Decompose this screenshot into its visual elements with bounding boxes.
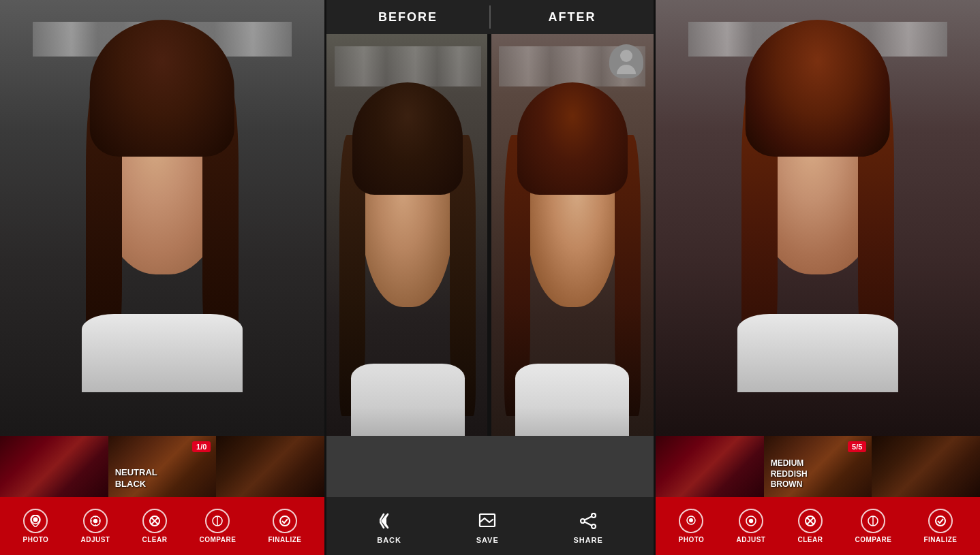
back-label: BACK bbox=[377, 536, 401, 544]
center-bottom-bar: BACK SAVE bbox=[326, 436, 654, 555]
right-adjust-button[interactable]: ADJUST bbox=[736, 509, 765, 543]
left-hair-top bbox=[90, 20, 234, 157]
right-adjust-label: ADJUST bbox=[736, 536, 765, 543]
before-after-header: BEFORE AFTER bbox=[326, 0, 654, 34]
center-icon-toolbar: BACK SAVE bbox=[326, 497, 654, 555]
left-compare-button[interactable]: COMPARE bbox=[200, 509, 236, 543]
left-swatch-3[interactable] bbox=[216, 436, 324, 497]
left-compare-icon bbox=[205, 509, 230, 533]
right-color-badge: 5/5 bbox=[848, 441, 866, 452]
left-portrait bbox=[0, 0, 324, 436]
left-face-shape bbox=[61, 0, 262, 392]
right-shirt bbox=[737, 314, 898, 392]
right-face-shape bbox=[717, 0, 918, 392]
left-icon-toolbar: PHOTO ADJUST bbox=[0, 497, 324, 555]
svg-line-15 bbox=[585, 522, 592, 525]
left-photo-label: PHOTO bbox=[23, 536, 49, 543]
right-finalize-button[interactable]: FINALIZE bbox=[923, 509, 957, 543]
right-compare-label: COMPARE bbox=[855, 536, 892, 543]
left-face-layer bbox=[0, 0, 324, 436]
svg-point-19 bbox=[749, 520, 752, 523]
right-panel: 5/5 MEDIUM REDDISH BROWN PHOTO bbox=[654, 0, 980, 555]
right-swatch-2[interactable]: 5/5 MEDIUM REDDISH BROWN bbox=[764, 436, 872, 497]
save-button[interactable]: SAVE bbox=[475, 509, 500, 544]
right-photo-icon bbox=[679, 509, 703, 533]
right-face-layer bbox=[656, 0, 980, 436]
after-label: AFTER bbox=[491, 0, 654, 34]
right-clear-label: CLEAR bbox=[798, 536, 823, 543]
right-adjust-icon bbox=[739, 509, 763, 533]
left-adjust-button[interactable]: ADJUST bbox=[80, 509, 110, 543]
left-bottom-bar: 1/0 NEUTRAL BLACK PHOTO bbox=[0, 436, 324, 555]
right-clear-icon bbox=[798, 509, 823, 533]
left-adjust-icon bbox=[83, 509, 108, 533]
share-icon bbox=[576, 509, 600, 533]
left-photo-icon bbox=[23, 509, 48, 533]
before-label: BEFORE bbox=[326, 0, 489, 34]
right-photo-button[interactable]: PHOTO bbox=[679, 509, 705, 543]
left-finalize-button[interactable]: FINALIZE bbox=[268, 509, 301, 543]
right-photo-label: PHOTO bbox=[679, 536, 705, 543]
right-icon-toolbar: PHOTO ADJUST bbox=[656, 497, 980, 555]
center-panel: BEFORE AFTER bbox=[326, 0, 654, 555]
left-color-badge: 1/0 bbox=[192, 441, 211, 452]
left-panel: 1/0 NEUTRAL BLACK PHOTO bbox=[0, 0, 326, 555]
person-icon-badge bbox=[609, 44, 643, 78]
svg-point-3 bbox=[93, 520, 97, 523]
left-swatch-2[interactable]: 1/0 NEUTRAL BLACK bbox=[108, 436, 217, 497]
back-button[interactable]: BACK bbox=[377, 509, 401, 544]
center-dark-strip bbox=[326, 436, 654, 497]
save-icon bbox=[475, 509, 500, 533]
right-color-strip: 5/5 MEDIUM REDDISH BROWN bbox=[656, 436, 980, 497]
left-clear-icon bbox=[142, 509, 167, 533]
svg-point-9 bbox=[280, 516, 290, 526]
left-photo-button[interactable]: PHOTO bbox=[23, 509, 49, 543]
left-clear-button[interactable]: CLEAR bbox=[142, 509, 168, 543]
svg-point-0 bbox=[33, 518, 38, 522]
right-portrait bbox=[656, 0, 980, 436]
back-icon bbox=[377, 509, 401, 533]
compare-before-half bbox=[326, 34, 491, 436]
svg-point-25 bbox=[936, 516, 945, 526]
compare-photo-area bbox=[326, 34, 654, 436]
share-button[interactable]: SHARE bbox=[573, 509, 603, 544]
right-hair-top bbox=[746, 20, 890, 157]
compare-after-half bbox=[491, 34, 654, 436]
share-label: SHARE bbox=[573, 536, 603, 544]
left-finalize-label: FINALIZE bbox=[268, 536, 301, 543]
right-finalize-label: FINALIZE bbox=[923, 536, 957, 543]
left-finalize-icon bbox=[273, 509, 297, 533]
right-swatch-3[interactable] bbox=[872, 436, 980, 497]
left-photo-area bbox=[0, 0, 324, 436]
left-shirt bbox=[82, 314, 243, 392]
left-color-strip: 1/0 NEUTRAL BLACK bbox=[0, 436, 324, 497]
right-compare-icon bbox=[861, 509, 885, 533]
right-color-label: MEDIUM REDDISH BROWN bbox=[771, 458, 808, 490]
left-adjust-label: ADJUST bbox=[80, 536, 110, 543]
save-label: SAVE bbox=[476, 536, 499, 544]
right-clear-button[interactable]: CLEAR bbox=[798, 509, 823, 543]
left-color-label: NEUTRAL BLACK bbox=[115, 467, 157, 490]
right-bottom-bar: 5/5 MEDIUM REDDISH BROWN PHOTO bbox=[656, 436, 980, 555]
right-compare-button[interactable]: COMPARE bbox=[855, 509, 892, 543]
left-compare-label: COMPARE bbox=[200, 536, 236, 543]
right-swatch-1[interactable] bbox=[656, 436, 764, 497]
left-clear-label: CLEAR bbox=[142, 536, 168, 543]
right-photo-area bbox=[656, 0, 980, 436]
svg-point-17 bbox=[689, 518, 693, 522]
left-swatch-1[interactable] bbox=[0, 436, 108, 497]
right-finalize-icon bbox=[928, 509, 953, 533]
svg-line-14 bbox=[585, 516, 592, 520]
